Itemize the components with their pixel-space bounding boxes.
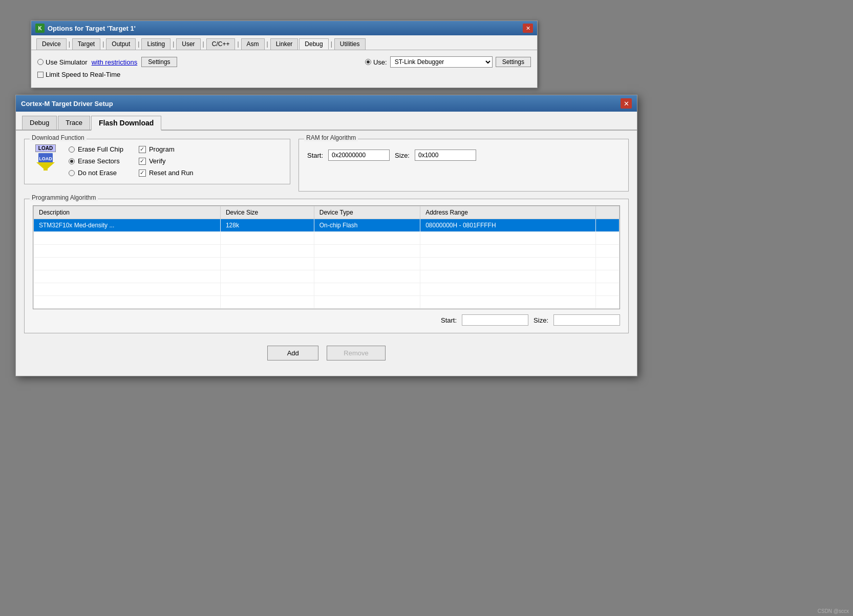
action-checkbox-group: Program Verify Reset and Run bbox=[139, 145, 194, 177]
cell-address-range: 08000000H - 0801FFFFH bbox=[420, 219, 596, 232]
bg-tab-asm[interactable]: Asm bbox=[241, 38, 265, 50]
dialog-tabs: Debug Trace Flash Download bbox=[16, 112, 637, 131]
ram-algorithm-group: RAM for Algorithm Start: Size: bbox=[298, 139, 629, 192]
do-not-erase-circle bbox=[69, 170, 75, 176]
algo-table-wrapper: Description Device Size Device Type Addr… bbox=[33, 205, 620, 309]
bg-tab-output[interactable]: Output bbox=[106, 38, 136, 50]
dialog-buttons: Add Remove bbox=[24, 341, 629, 368]
use-radio-filled[interactable]: Use: bbox=[365, 58, 387, 66]
dialog-title: Cortex-M Target Driver Setup bbox=[21, 100, 113, 108]
algo-size-input[interactable] bbox=[553, 314, 620, 326]
empty-row-1 bbox=[34, 232, 620, 245]
programming-algorithm-label: Programming Algorithm bbox=[30, 194, 98, 201]
limit-speed-label: Limit Speed to Real-Time bbox=[46, 71, 120, 78]
with-restrictions-link[interactable]: with restrictions bbox=[92, 58, 138, 66]
sep6: | bbox=[236, 39, 240, 50]
background-window: K Options for Target 'Target 1' ✕ Device… bbox=[31, 20, 538, 88]
algo-start-input[interactable] bbox=[462, 314, 528, 326]
add-button[interactable]: Add bbox=[267, 346, 318, 360]
algo-bottom-inputs: Start: Size: bbox=[33, 314, 620, 326]
empty-row-4 bbox=[34, 270, 620, 283]
cell-device-type: On-chip Flash bbox=[314, 219, 420, 232]
bg-simulator-row: Use Simulator with restrictions Settings… bbox=[37, 56, 531, 68]
tab-flash-download[interactable]: Flash Download bbox=[91, 116, 161, 131]
keil-icon: K bbox=[35, 24, 45, 33]
bg-tab-utilities[interactable]: Utilities bbox=[334, 38, 366, 50]
dialog-titlebar: Cortex-M Target Driver Setup ✕ bbox=[16, 95, 637, 112]
algo-size-label: Size: bbox=[534, 316, 548, 324]
use-simulator-label: Use Simulator bbox=[46, 58, 88, 66]
empty-row-5 bbox=[34, 283, 620, 296]
ram-start-input[interactable] bbox=[328, 150, 390, 161]
debugger-settings-button[interactable]: Settings bbox=[496, 57, 531, 67]
use-simulator-radio[interactable]: Use Simulator bbox=[37, 58, 88, 66]
watermark: CSDN @sccx bbox=[818, 608, 849, 614]
main-dialog: Cortex-M Target Driver Setup ✕ Debug Tra… bbox=[15, 95, 637, 376]
erase-full-label: Erase Full Chip bbox=[78, 145, 123, 153]
download-function-label: Download Function bbox=[30, 134, 87, 141]
sep5: | bbox=[202, 39, 205, 50]
verify-check bbox=[139, 158, 146, 165]
radio-do-not-erase[interactable]: Do not Erase bbox=[69, 169, 123, 177]
debugger-select[interactable]: ST-Link Debugger bbox=[390, 56, 493, 68]
sep3: | bbox=[137, 39, 140, 50]
erase-full-circle bbox=[69, 146, 75, 153]
use-radio-circle bbox=[365, 59, 371, 65]
svg-rect-3 bbox=[44, 166, 48, 171]
bg-titlebar: K Options for Target 'Target 1' ✕ bbox=[31, 21, 537, 35]
dialog-close-button[interactable]: ✕ bbox=[621, 98, 632, 109]
algo-tbody: STM32F10x Med-density ... 128k On-chip F… bbox=[34, 219, 620, 309]
sep1: | bbox=[68, 39, 71, 50]
erase-sectors-circle bbox=[69, 158, 75, 164]
bg-tab-listing[interactable]: Listing bbox=[141, 38, 170, 50]
reset-run-label: Reset and Run bbox=[149, 169, 194, 177]
ram-size-input[interactable] bbox=[415, 150, 476, 161]
load-icon: LOAD LOAD bbox=[33, 145, 58, 171]
bg-tab-debug[interactable]: Debug bbox=[299, 38, 328, 50]
bg-window-title: Options for Target 'Target 1' bbox=[48, 25, 136, 32]
checkbox-reset-run[interactable]: Reset and Run bbox=[139, 169, 194, 177]
col-device-size: Device Size bbox=[220, 206, 314, 219]
erase-sectors-label: Erase Sectors bbox=[78, 157, 120, 165]
empty-row-2 bbox=[34, 245, 620, 258]
col-device-type: Device Type bbox=[314, 206, 420, 219]
limit-speed-checkbox[interactable]: Limit Speed to Real-Time bbox=[37, 71, 120, 78]
download-fn-content: LOAD LOAD bbox=[33, 145, 282, 177]
algo-header-row: Description Device Size Device Type Addr… bbox=[34, 206, 620, 219]
ram-row: Start: Size: bbox=[307, 150, 620, 161]
ram-size-label: Size: bbox=[395, 152, 410, 159]
col-address-range: Address Range bbox=[420, 206, 596, 219]
tab-trace[interactable]: Trace bbox=[58, 116, 90, 130]
sep7: | bbox=[266, 39, 269, 50]
svg-text:LOAD: LOAD bbox=[39, 156, 52, 161]
ram-algorithm-section: RAM for Algorithm Start: Size: bbox=[298, 139, 629, 192]
bg-content: Use Simulator with restrictions Settings… bbox=[31, 50, 537, 88]
algo-start-label: Start: bbox=[441, 316, 457, 324]
checkbox-verify[interactable]: Verify bbox=[139, 157, 194, 165]
programming-algorithm-group: Programming Algorithm Description Device… bbox=[24, 199, 629, 333]
empty-row-3 bbox=[34, 258, 620, 270]
radio-erase-sectors[interactable]: Erase Sectors bbox=[69, 157, 123, 165]
tab-debug[interactable]: Debug bbox=[22, 116, 57, 130]
load-arrow: LOAD bbox=[34, 153, 57, 172]
checkbox-program[interactable]: Program bbox=[139, 145, 194, 153]
remove-button[interactable]: Remove bbox=[327, 346, 385, 360]
algo-thead: Description Device Size Device Type Addr… bbox=[34, 206, 620, 219]
bg-tabs: Device | Target | Output | Listing | Use… bbox=[31, 35, 537, 50]
bg-tab-target[interactable]: Target bbox=[72, 38, 100, 50]
ram-algorithm-label: RAM for Algorithm bbox=[304, 134, 358, 141]
bg-tab-device[interactable]: Device bbox=[36, 38, 67, 50]
bg-tab-linker[interactable]: Linker bbox=[270, 38, 298, 50]
col-description: Description bbox=[34, 206, 221, 219]
simulator-settings-button[interactable]: Settings bbox=[141, 57, 177, 67]
sep8: | bbox=[330, 39, 333, 50]
bg-tab-user[interactable]: User bbox=[176, 38, 200, 50]
erase-radio-group: Erase Full Chip Erase Sectors Do not Era… bbox=[69, 145, 123, 177]
bg-tab-cpp[interactable]: C/C++ bbox=[206, 38, 236, 50]
cell-device-size: 128k bbox=[220, 219, 314, 232]
cell-extra bbox=[596, 219, 620, 232]
empty-row-6 bbox=[34, 296, 620, 309]
table-row[interactable]: STM32F10x Med-density ... 128k On-chip F… bbox=[34, 219, 620, 232]
bg-close-button[interactable]: ✕ bbox=[523, 24, 533, 33]
radio-erase-full-chip[interactable]: Erase Full Chip bbox=[69, 145, 123, 153]
